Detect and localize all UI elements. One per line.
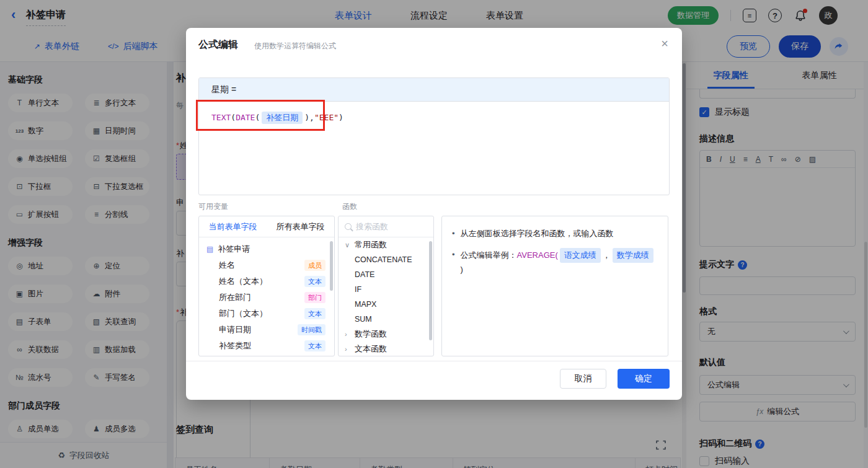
variable-row[interactable]: 补签类型文本	[199, 338, 334, 354]
scrollbar-thumb[interactable]	[429, 241, 432, 340]
function-token: DATE	[236, 113, 255, 122]
function-item[interactable]: CONCATENATE	[339, 252, 433, 267]
confirm-button[interactable]: 确定	[618, 369, 670, 389]
scrollbar-thumb[interactable]	[330, 241, 333, 291]
variable-row[interactable]: 部门（文本）文本	[199, 306, 334, 322]
variable-row[interactable]: 所在部门部门	[199, 289, 334, 306]
search-icon	[345, 223, 352, 230]
formula-editor[interactable]: 星期 = TEXT(DATE(补签日期),"EEE")	[198, 77, 670, 195]
functions-label: 函数	[342, 201, 357, 212]
function-item[interactable]: SUM	[339, 312, 433, 327]
modal-footer: 取消 确定	[186, 361, 682, 400]
chevron-closed-icon: ›	[345, 345, 351, 353]
variable-row[interactable]: 姓名（文本）文本	[199, 273, 334, 289]
function-token: TEXT	[211, 113, 231, 122]
modal-title: 公式编辑	[198, 38, 238, 51]
field-chip: 语文成绩	[560, 248, 601, 263]
help-example: • 公式编辑举例：AVERAGE(语文成绩，数学成绩)	[452, 248, 658, 276]
group-text-functions[interactable]: ›文本函数	[339, 342, 433, 356]
chevron-closed-icon: ›	[345, 330, 351, 338]
tab-all-form-fields[interactable]: 所有表单字段	[267, 216, 334, 237]
type-badge: 部门	[304, 292, 326, 303]
variable-row[interactable]: 姓名成员	[199, 257, 334, 273]
function-token: AVERAGE(	[517, 250, 558, 260]
modal-subtitle: 使用数学运算符编辑公式	[254, 41, 336, 51]
function-search[interactable]	[339, 216, 433, 237]
group-common-functions[interactable]: ∨常用函数	[339, 237, 433, 252]
form-doc-icon: ▤	[206, 245, 213, 254]
variable-row[interactable]: 补签日期时间戳	[199, 354, 334, 356]
function-item[interactable]: DATE	[339, 267, 433, 282]
functions-panel: ∨常用函数 CONCATENATE DATE IF MAPX SUM ›数学函数…	[338, 216, 434, 356]
function-item[interactable]: IF	[339, 282, 433, 297]
type-badge: 文本	[304, 276, 326, 287]
string-token: "EEE"	[314, 113, 339, 122]
tree-root-form[interactable]: ▤ 补签申请	[199, 241, 334, 257]
type-badge: 成员	[304, 260, 326, 271]
type-badge: 文本	[304, 308, 326, 319]
bullet-icon: •	[452, 248, 455, 276]
variable-row[interactable]: 申请日期时间戳	[199, 322, 334, 338]
variables-label: 可用变量	[198, 201, 228, 212]
bullet-icon: •	[452, 227, 455, 241]
formula-target: 星期 =	[199, 78, 669, 102]
formula-help-panel: • 从左侧面板选择字段名和函数，或输入函数 • 公式编辑举例：AVERAGE(语…	[441, 216, 668, 356]
tab-current-form-fields[interactable]: 当前表单字段	[199, 216, 267, 237]
group-math-functions[interactable]: ›数学函数	[339, 327, 433, 342]
close-icon[interactable]: ×	[661, 37, 668, 51]
field-chip[interactable]: 补签日期	[262, 112, 303, 124]
cancel-button[interactable]: 取消	[560, 369, 606, 389]
help-tip: • 从左侧面板选择字段名和函数，或输入函数	[452, 227, 658, 241]
field-chip: 数学成绩	[613, 248, 653, 263]
type-badge: 文本	[304, 340, 326, 351]
variables-panel: 当前表单字段 所有表单字段 ▤ 补签申请 姓名成员 姓名（文本）文本 所在部门部…	[198, 216, 335, 356]
chevron-open-icon: ∨	[345, 241, 351, 249]
function-item[interactable]: MAPX	[339, 297, 433, 312]
type-badge: 时间戳	[298, 324, 326, 335]
formula-expression[interactable]: TEXT(DATE(补签日期),"EEE")	[199, 102, 669, 134]
search-input[interactable]	[356, 222, 418, 231]
formula-edit-modal: 公式编辑 使用数学运算符编辑公式 × 星期 = TEXT(DATE(补签日期),…	[186, 28, 682, 400]
